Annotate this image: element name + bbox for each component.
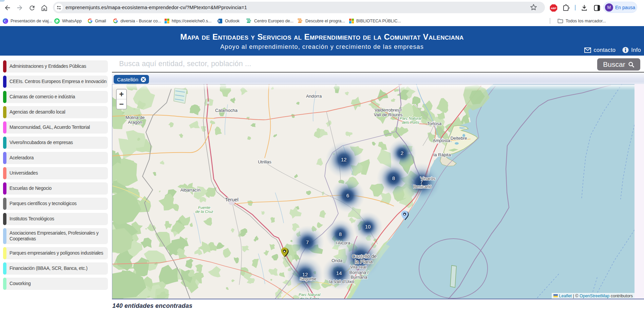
svg-text:Andorra: Andorra: [306, 94, 322, 99]
svg-text:dels Ports: dels Ports: [402, 120, 419, 124]
svg-text:Amposta: Amposta: [433, 138, 450, 143]
svg-text:Molina de: Molina de: [126, 115, 145, 120]
svg-text:Tortosa: Tortosa: [427, 121, 442, 126]
svg-text:Fuente: Fuente: [198, 205, 210, 210]
svg-text:ABP: ABP: [551, 6, 556, 9]
svg-text:Valderrobres /: Valderrobres /: [375, 107, 402, 113]
svg-text:Parc Natural: Parc Natural: [299, 293, 320, 297]
svg-text:Albarracín: Albarracín: [180, 187, 200, 193]
svg-text:Borriana /: Borriana /: [349, 270, 369, 275]
svg-text:l'Alcora: l'Alcora: [336, 240, 351, 245]
svg-text:la Vall d'Uixó: la Vall d'Uixó: [329, 279, 354, 284]
svg-text:C: C: [4, 19, 7, 23]
svg-text:de la Cruz: de la Cruz: [195, 210, 213, 214]
svg-text:Vila-real: Vila-real: [350, 264, 366, 270]
svg-text:Teruel: Teruel: [225, 197, 239, 202]
svg-text:Vall de Roures: Vall de Roures: [374, 112, 403, 117]
svg-text:Calamocha: Calamocha: [215, 108, 238, 113]
svg-text:la Ràpita: la Ràpita: [433, 152, 451, 157]
svg-text:Utrillas: Utrillas: [258, 159, 271, 164]
svg-text:Parc Natural: Parc Natural: [400, 116, 421, 120]
svg-text:Aragón: Aragón: [128, 120, 142, 125]
svg-text:Deltebre: Deltebre: [450, 136, 467, 141]
svg-text:Onda: Onda: [332, 258, 343, 263]
